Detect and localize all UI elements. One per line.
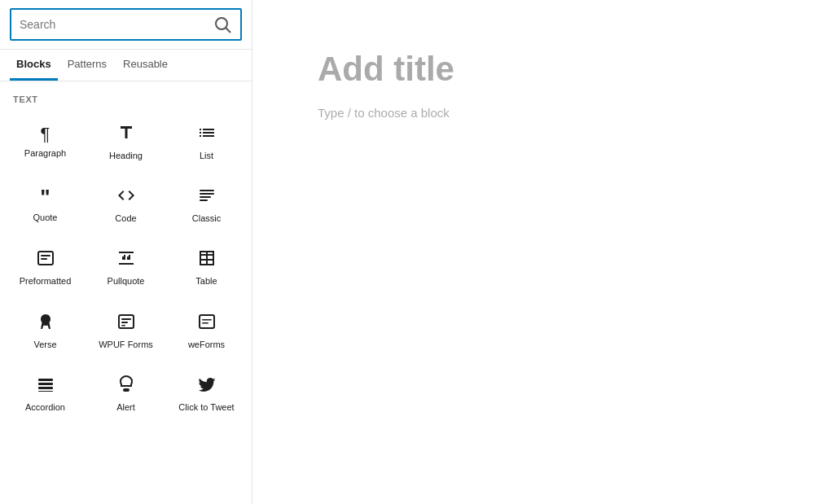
accordion-icon [36, 375, 55, 397]
list-icon [197, 123, 217, 146]
svg-rect-22 [124, 389, 129, 391]
block-label-table: Table [195, 276, 217, 287]
click-to-tweet-icon [197, 375, 217, 397]
block-label-classic: Classic [192, 213, 221, 224]
block-item-weforms[interactable]: weForms [168, 300, 245, 359]
tab-reusable[interactable]: Reusable [116, 50, 174, 81]
block-label-weforms: weForms [188, 340, 225, 350]
block-item-verse[interactable]: Verse [7, 300, 84, 359]
svg-rect-2 [200, 190, 214, 191]
svg-line-1 [226, 28, 231, 33]
block-item-accordion[interactable]: Accordion [7, 362, 84, 422]
code-icon [116, 186, 136, 208]
tabs-bar: Blocks Patterns Reusable [0, 50, 252, 81]
block-label-verse: Verse [33, 340, 56, 350]
editor-title-placeholder[interactable]: Add title [318, 49, 769, 90]
block-item-click-to-tweet[interactable]: Click to Tweet [168, 362, 245, 422]
block-item-quote[interactable]: " Quote [7, 173, 84, 233]
block-item-pullquote[interactable]: Pullquote [87, 236, 165, 296]
weforms-icon [197, 312, 217, 335]
search-button[interactable] [213, 15, 232, 34]
block-label-preformatted: Preformatted [20, 276, 72, 287]
svg-rect-5 [200, 199, 208, 201]
search-input[interactable] [20, 18, 213, 31]
svg-rect-4 [200, 196, 211, 198]
svg-rect-17 [202, 322, 208, 324]
block-item-preformatted[interactable]: Preformatted [7, 236, 84, 296]
block-label-code: Code [115, 213, 136, 224]
svg-rect-10 [119, 263, 134, 265]
block-item-wpuf-forms[interactable]: WPUF Forms [87, 300, 165, 359]
paragraph-icon: ¶ [41, 125, 50, 143]
tab-blocks[interactable]: Blocks [10, 50, 58, 81]
svg-rect-13 [121, 322, 128, 323]
tab-patterns[interactable]: Patterns [61, 50, 113, 81]
quote-icon: " [40, 186, 50, 208]
blocks-grid: ¶ Paragraph Heading List [7, 111, 245, 422]
block-label-quote: Quote [33, 213, 58, 223]
heading-icon [116, 123, 136, 146]
svg-rect-20 [38, 387, 53, 389]
editor-block-placeholder[interactable]: Type / to choose a block [318, 106, 769, 120]
sidebar: Blocks Patterns Reusable TEXT ¶ Paragrap… [0, 0, 252, 504]
svg-rect-8 [41, 258, 47, 260]
block-label-accordion: Accordion [25, 402, 65, 413]
block-label-heading: Heading [109, 151, 143, 161]
main-editor: Add title Type / to choose a block [252, 0, 834, 504]
block-item-code[interactable]: Code [87, 173, 165, 233]
svg-rect-14 [121, 325, 125, 327]
block-item-alert[interactable]: Alert [87, 362, 165, 422]
block-item-paragraph[interactable]: ¶ Paragraph [7, 111, 84, 170]
svg-rect-15 [200, 315, 214, 328]
block-label-alert: Alert [116, 402, 135, 413]
svg-rect-3 [200, 193, 214, 195]
table-icon [197, 248, 217, 271]
search-icon [213, 15, 232, 34]
block-label-list: List [200, 151, 213, 161]
svg-rect-16 [202, 319, 212, 321]
svg-rect-18 [38, 379, 53, 381]
block-label-paragraph: Paragraph [24, 148, 66, 159]
svg-rect-7 [41, 255, 50, 256]
svg-rect-12 [121, 318, 131, 320]
block-item-table[interactable]: Table [168, 236, 245, 296]
search-area [0, 0, 252, 50]
svg-rect-19 [38, 383, 53, 385]
block-item-heading[interactable]: Heading [87, 111, 165, 170]
block-label-wpuf-forms: WPUF Forms [99, 340, 153, 350]
pullquote-icon [116, 248, 136, 271]
svg-rect-9 [119, 252, 134, 253]
alert-icon [116, 375, 136, 397]
block-label-click-to-tweet: Click to Tweet [178, 402, 234, 413]
block-list: TEXT ¶ Paragraph Heading [0, 81, 252, 504]
classic-icon [197, 186, 217, 208]
wpuf-forms-icon [116, 312, 136, 335]
svg-point-0 [216, 18, 227, 29]
block-item-classic[interactable]: Classic [168, 173, 245, 233]
preformatted-icon [36, 248, 55, 271]
verse-icon [36, 312, 55, 335]
svg-rect-21 [38, 391, 53, 392]
block-label-pullquote: Pullquote [108, 276, 145, 287]
block-item-list[interactable]: List [168, 111, 245, 170]
search-wrapper [10, 8, 242, 41]
section-label-text: TEXT [7, 91, 245, 111]
